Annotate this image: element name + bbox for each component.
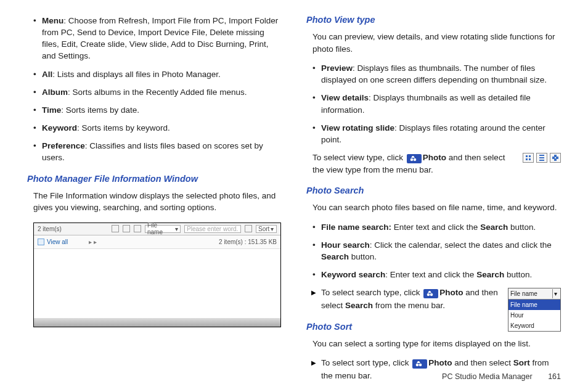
search-type-dropdown: File name▾ File name Hour Keyword [508, 288, 561, 332]
bullet-view-rotating: View rotating slide: Displays files rota… [312, 122, 561, 145]
svg-point-4 [416, 364, 419, 367]
bullet-time: Time: Sorts items by date. [33, 104, 282, 116]
rotating-view-icon [134, 225, 141, 232]
dropdown-opt-hour: Hour [508, 310, 560, 321]
rotating-view-icon [550, 153, 561, 163]
figure-items-info: 2 item(s) : 151.35 KB [219, 239, 277, 245]
left-column: Menu: Choose from Refresh, Import File f… [27, 15, 282, 360]
bullet-view-details: View details: Displays thumbnails as wel… [312, 92, 561, 115]
bullet-preference: Preference: Classifies and lists files b… [33, 140, 282, 163]
chevron-down-icon: ▾ [552, 289, 558, 298]
file-info-paragraph: The File Information window displays the… [27, 190, 282, 214]
left-bullet-list: Menu: Choose from Refresh, Import File f… [27, 15, 282, 164]
thumbnail-view-icon [112, 225, 119, 232]
figure-item-count: 2 item(s) [38, 226, 62, 232]
figure-subbar: View all ▸ ▸ 2 item(s) : 151.35 KB [34, 235, 280, 249]
svg-point-0 [410, 158, 414, 161]
photo-icon [412, 359, 427, 369]
bullet-preview: Preview: Displays files as thumbnails. T… [312, 62, 561, 86]
figure-view-all: View all ▸ ▸ [38, 239, 97, 245]
svg-point-3 [430, 293, 433, 296]
detail-view-icon [536, 153, 547, 163]
heading-view-type: Photo View type [306, 15, 561, 25]
view-type-bullets: Preview: Displays files as thumbnails. T… [306, 62, 561, 145]
file-info-figure: 2 item(s) File name▾ Please enter word. … [33, 223, 281, 327]
heading-photo-search: Photo Search [306, 186, 561, 195]
svg-point-2 [427, 293, 430, 296]
photo-icon [407, 154, 422, 163]
page-footer: PC Studio Media Manager 161 [442, 372, 561, 381]
search-icon [245, 225, 252, 232]
figure-sort-select: Sort▾ [256, 225, 277, 233]
bullet-hour-search: Hour search: Click the calendar, select … [312, 239, 561, 263]
bullet-keyword: Keyword: Sorts items by keyword. [33, 122, 282, 134]
bullet-keyword-search: Keyword search: Enter text and click the… [312, 269, 561, 280]
sort-paragraph: You can select a sorting type for items … [306, 338, 561, 350]
view-type-paragraph: You can preview, view details, and view … [306, 31, 561, 55]
footer-section: PC Studio Media Manager [442, 372, 533, 381]
svg-point-1 [414, 158, 417, 161]
figure-toolbar: 2 item(s) File name▾ Please enter word. … [34, 223, 280, 235]
bullet-menu: Menu: Choose from Refresh, Import File f… [33, 15, 282, 62]
search-paragraph: You can search photo files based on file… [306, 202, 561, 214]
bullet-album: Album: Sorts albums in the Recently Adde… [33, 86, 282, 98]
list-view-icon [123, 225, 130, 232]
thumbnail-view-icon [523, 153, 534, 163]
search-bullets: File name search: Enter text and click t… [306, 221, 561, 281]
heading-file-info: Photo Manager File Information Window [27, 174, 282, 184]
figure-scrollbar [34, 318, 280, 327]
dropdown-header: File name▾ [508, 288, 560, 300]
view-type-select-row: To select view type, click Photo and the… [306, 152, 561, 176]
bullet-filename-search: File name search: Enter text and click t… [312, 221, 561, 233]
dropdown-opt-filename: File name [508, 300, 560, 310]
search-select-row: To select search type, click Photo and t… [306, 287, 561, 312]
footer-page-number: 161 [548, 372, 561, 381]
bullet-all: All: Lists and displays all files in Pho… [33, 68, 282, 80]
folder-icon [38, 239, 44, 245]
figure-search-input: Please enter word. [184, 225, 241, 233]
figure-search-type: File name▾ [145, 225, 181, 233]
view-type-icons [523, 153, 561, 163]
svg-point-5 [419, 364, 422, 367]
dropdown-opt-keyword: Keyword [508, 321, 560, 331]
right-column: Photo View type You can preview, view de… [306, 15, 561, 360]
photo-icon [423, 289, 438, 298]
